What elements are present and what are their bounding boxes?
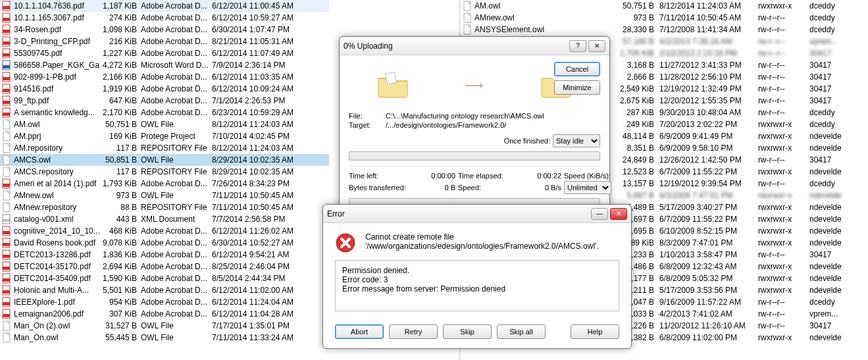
- bytes-value: 0 B: [417, 184, 455, 192]
- local-file-list[interactable]: 10.1.1.104.7636.pdf1,187 KiBAdobe Acroba…: [0, 0, 329, 360]
- file-date: 7/7/2014 2:56:58 PM: [212, 215, 317, 224]
- file-row[interactable]: 10.1.1.104.7636.pdf1,187 KiBAdobe Acroba…: [0, 0, 329, 12]
- file-owner: 30417: [809, 250, 849, 259]
- file-permissions: rwxrwxr-x: [758, 132, 809, 141]
- upload-titlebar[interactable]: 0% Uploading ? ✕: [340, 37, 609, 55]
- file-name: 99_ftp.pdf: [14, 96, 49, 105]
- file-type: Adobe Acrobat D...: [141, 108, 212, 117]
- file-row[interactable]: AM.pprj169 KiBProtege Project7/10/2014 4…: [0, 130, 329, 142]
- file-owner: ndevelde: [809, 262, 849, 271]
- file-date: 6/12/2014 11:03:35 AM: [212, 72, 317, 82]
- file-permissions: rw-r--r--: [758, 25, 809, 34]
- speed-limit-select[interactable]: Unlimited: [564, 181, 611, 194]
- file-owner: ndevelde: [809, 215, 849, 224]
- svg-rect-15: [3, 89, 10, 92]
- file-date: 8/5/2014 2:44:34 PM: [212, 274, 317, 283]
- file-type: Adobe Acrobat D...: [141, 309, 212, 319]
- file-row[interactable]: 902-899-1-PB.pdf2,166 KiBAdobe Acrobat D…: [0, 71, 329, 83]
- close-window-icon[interactable]: ✕: [610, 208, 627, 220]
- file-type: Protege Project: [141, 132, 212, 141]
- file-name: DETC2014-35170.pdf: [14, 262, 91, 271]
- file-name: 902-899-1-PB.pdf: [14, 72, 76, 82]
- file-row[interactable]: 34-Rosen.pdf1,098 KiBAdobe Acrobat D...6…: [0, 24, 329, 36]
- file-row[interactable]: AMnew.repository88 BREPOSITORY File7/11/…: [0, 201, 329, 213]
- time-left-label: Time left:: [349, 172, 415, 180]
- file-date: 6/12/2014 11:24:04 AM: [212, 297, 317, 307]
- file-icon: [1, 321, 12, 331]
- file-icon: [1, 273, 12, 284]
- file-type: OWL File: [141, 321, 212, 330]
- file-date: 9/16/2009 11:57:22 AM: [659, 297, 758, 307]
- file-row[interactable]: 3-D_Printing_CFP.pdf216 KiBAdobe Acrobat…: [0, 36, 329, 47]
- error-details-box: Permission denied. Error code: 3 Error m…: [335, 260, 619, 311]
- file-size: 57,180 B: [613, 37, 659, 46]
- abort-button[interactable]: Abort: [335, 324, 384, 339]
- file-row[interactable]: David Rosens book.pdf9,078 KiBAdobe Acro…: [0, 237, 329, 249]
- help-button[interactable]: Help: [571, 324, 619, 339]
- retry-button[interactable]: Retry: [389, 324, 438, 339]
- file-row[interactable]: AM.repository117 BREPOSITORY File8/12/20…: [0, 142, 329, 154]
- error-dialog: Error — ✕ Cannot create remote file '/ww…: [322, 204, 632, 349]
- file-size: 9,078 KiB: [100, 238, 141, 247]
- file-icon: [1, 190, 12, 201]
- file-row[interactable]: DETC2014-35170.pdf2,694 KiBAdobe Acrobat…: [0, 261, 329, 272]
- svg-rect-1: [3, 6, 10, 9]
- file-row[interactable]: AMCS.owl50,851 BOWL File8/29/2014 10:02:…: [0, 154, 329, 166]
- file-icon: [1, 155, 12, 165]
- file-row[interactable]: DETC2013-13286.pdf1,836 KiBAdobe Acrobat…: [0, 249, 329, 261]
- file-icon: [1, 131, 12, 141]
- file-icon: [1, 309, 12, 319]
- file-row[interactable]: 55309745.pdf1,227 KiBAdobe Acrobat D...6…: [0, 47, 329, 59]
- file-name: 914516.pdf: [14, 84, 53, 93]
- file-row[interactable]: DETC2014-35409.pdf1,590 KiBAdobe Acrobat…: [0, 272, 329, 284]
- file-owner: 30417: [809, 72, 849, 82]
- file-permissions: rw-r--r--: [758, 96, 809, 105]
- close-window-button[interactable]: ✕: [588, 40, 605, 52]
- file-date: 7/17/2014 1:35:01 PM: [212, 321, 317, 330]
- file-name: AMCS.owl: [14, 155, 51, 165]
- skip-button[interactable]: Skip: [443, 324, 492, 339]
- cancel-button[interactable]: Cancel: [554, 62, 600, 76]
- once-finished-select[interactable]: Stay idle: [553, 134, 600, 147]
- svg-rect-51: [464, 25, 471, 34]
- file-row[interactable]: cognitive_2014_10_10...468 KiBAdobe Acro…: [0, 225, 329, 237]
- file-date: 8/25/2014 2:46:04 PM: [212, 262, 317, 271]
- file-name: David Rosens book.pdf: [14, 238, 95, 247]
- file-row[interactable]: Man_On (2).owl31,527 BOWL File7/17/2014 …: [0, 320, 329, 332]
- file-date: 6/12/2014 11:26:02 AM: [212, 226, 317, 236]
- file-row[interactable]: Man_On.owl55,445 BOWL File7/11/2014 11:3…: [0, 332, 329, 344]
- file-size: 973 B: [100, 191, 141, 200]
- file-row[interactable]: IEEEXplore-1.pdf954 KiBAdobe Acrobat D..…: [0, 296, 329, 308]
- time-elapsed-value: 0:00:22: [523, 172, 561, 180]
- file-row[interactable]: A semantic knowledg...2,170 KiBAdobe Acr…: [0, 107, 329, 118]
- file-row[interactable]: 914516.pdf1,919 KiBAdobe Acrobat D...6/1…: [0, 83, 329, 95]
- file-row[interactable]: AM.owl50,751 BOWL File8/12/2014 11:24:03…: [0, 118, 329, 130]
- help-window-button[interactable]: ?: [569, 40, 586, 52]
- file-row[interactable]: 10.1.1.165.3067.pdf274 KiBAdobe Acrobat …: [0, 12, 329, 24]
- file-row[interactable]: 99_ftp.pdf647 KiBAdobe Acrobat D...7/1/2…: [0, 95, 329, 107]
- file-row[interactable]: Lemaignan2006.pdf307 KiBAdobe Acrobat D.…: [0, 308, 329, 320]
- minimize-window-icon[interactable]: —: [591, 208, 608, 220]
- file-name: DETC2013-13286.pdf: [14, 250, 91, 259]
- skip-all-button[interactable]: Skip all: [497, 324, 546, 339]
- svg-rect-19: [3, 113, 10, 116]
- file-row[interactable]: ANSYSElement.owl28,330 B7/12/2008 11:41:…: [461, 24, 868, 36]
- file-row[interactable]: AMnew.owl973 B7/11/2014 10:50:45 AMrw-r-…: [461, 12, 868, 24]
- file-row[interactable]: AMnew.owl973 BOWL File7/11/2014 10:50:45…: [0, 190, 329, 201]
- file-size: 1,590 KiB: [100, 274, 141, 283]
- svg-rect-34: [3, 243, 10, 246]
- file-name: 34-Rosen.pdf: [14, 25, 61, 34]
- file-row[interactable]: AM.owl50,751 B8/12/2014 11:24:03 AMrwxrw…: [461, 0, 868, 12]
- file-row[interactable]: AMCS.repository117 BREPOSITORY File8/29/…: [0, 166, 329, 178]
- file-row[interactable]: Ameri et al 2014 (1).pdf1,793 KiBAdobe A…: [0, 178, 329, 190]
- file-row[interactable]: Holonic and Multi-A...5,501 KiBAdobe Acr…: [0, 284, 329, 296]
- svg-rect-5: [3, 30, 10, 33]
- file-date: 8/12/2014 11:24:03 AM: [659, 1, 758, 11]
- file-owner: ndevelde: [809, 226, 849, 236]
- file-row[interactable]: 586658.Paper_KGK_Ga...4,272 KiBMicrosoft…: [0, 59, 329, 71]
- minimize-button[interactable]: Minimize: [554, 80, 600, 95]
- speed-limit-label: Speed (KiB/s):: [564, 172, 620, 180]
- file-row[interactable]: xmlcatalog-v001.xml443 BXML Document7/7/…: [0, 213, 329, 225]
- error-titlebar[interactable]: Error — ✕: [323, 205, 631, 223]
- file-icon: [1, 285, 12, 296]
